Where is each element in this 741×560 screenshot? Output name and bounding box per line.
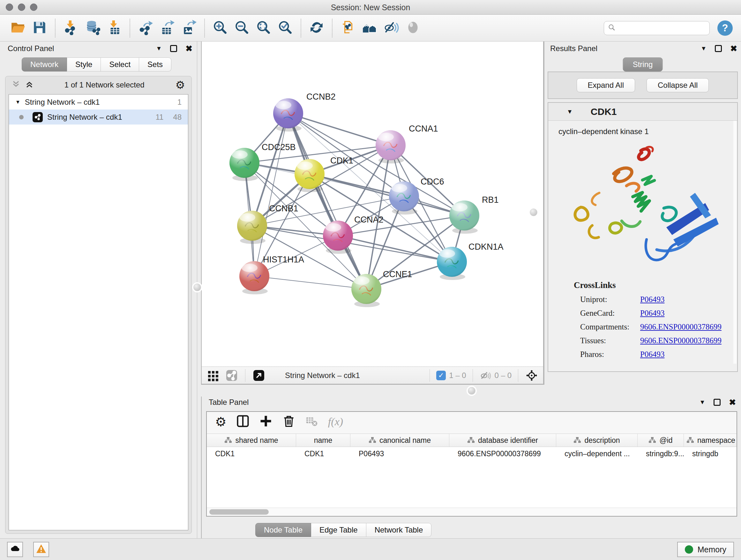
column-header[interactable]: canonical name xyxy=(350,434,449,447)
birdseye-crosshair-icon[interactable] xyxy=(525,368,539,382)
control-panel-float-icon[interactable] xyxy=(170,45,177,52)
tab-network[interactable]: Network xyxy=(22,57,67,71)
add-column-icon[interactable] xyxy=(259,415,273,429)
minimize-window-button[interactable] xyxy=(18,3,25,11)
maximize-window-button[interactable] xyxy=(30,3,37,11)
table-panel-float-icon[interactable] xyxy=(714,399,721,406)
uniprot-link[interactable]: P06493 xyxy=(640,295,664,304)
open-session-button[interactable] xyxy=(8,18,27,38)
grid-view-icon[interactable] xyxy=(206,368,220,382)
zoom-out-button[interactable] xyxy=(232,18,252,38)
export-image-button[interactable] xyxy=(179,18,199,38)
export-table-button[interactable] xyxy=(158,18,177,38)
pharos-link[interactable]: P06493 xyxy=(640,350,664,359)
zoom-selected-button[interactable] xyxy=(276,18,295,38)
table-panel-close-icon[interactable]: ✖ xyxy=(729,398,736,407)
genecard-link[interactable]: P06493 xyxy=(640,309,664,318)
collection-count: 1 xyxy=(178,98,182,107)
network-row[interactable]: String Network – cdk1 11 48 xyxy=(9,110,188,125)
table-panel-collapse-icon[interactable]: ▼ xyxy=(699,399,705,406)
network-manager: 1 of 1 Network selected ⚙ ▼ String Netwo… xyxy=(5,76,192,534)
network-node-count: 11 xyxy=(155,113,163,122)
tab-edge-table[interactable]: Edge Table xyxy=(311,523,366,537)
tab-style[interactable]: Style xyxy=(67,57,101,71)
column-header[interactable]: name xyxy=(296,434,350,447)
crosslink-row: GeneCard: P06493 xyxy=(580,309,733,318)
table-options-gear-icon[interactable]: ⚙ xyxy=(215,415,226,428)
gene-expand-icon[interactable]: ▼ xyxy=(567,108,573,115)
selected-checkbox[interactable]: ✓ xyxy=(436,371,446,380)
warning-button[interactable] xyxy=(33,542,49,557)
search-box xyxy=(604,21,710,35)
cloud-button[interactable] xyxy=(7,542,23,557)
column-header[interactable]: shared name xyxy=(207,434,296,447)
left-splitter-handle[interactable] xyxy=(193,284,201,291)
save-session-button[interactable] xyxy=(30,18,49,38)
network-node-RB1[interactable]: RB1 xyxy=(449,195,499,234)
control-panel-close-icon[interactable]: ✖ xyxy=(185,44,192,53)
results-panel-float-icon[interactable] xyxy=(715,45,722,52)
show-columns-icon[interactable] xyxy=(236,415,250,429)
table-row[interactable]: CDK1 CDK1 P06493 9606.ENSP00000378699 cy… xyxy=(207,447,737,460)
copy-network-button[interactable] xyxy=(338,18,357,38)
results-scrollbar[interactable] xyxy=(733,121,737,364)
network-node-CDK1[interactable]: CDK1 xyxy=(294,156,353,192)
tab-sets[interactable]: Sets xyxy=(139,57,172,71)
expand-all-networks-icon[interactable] xyxy=(25,80,33,90)
delete-column-icon[interactable] xyxy=(282,415,295,429)
column-header[interactable]: @id xyxy=(637,434,684,447)
network-edge-CCNA2-CDKN1A[interactable] xyxy=(338,236,452,262)
network-edge-HIST1H1A-CCNE1[interactable] xyxy=(254,276,366,289)
results-panel-close-icon[interactable]: ✖ xyxy=(730,44,737,53)
tab-network-table[interactable]: Network Table xyxy=(366,523,432,537)
collapse-all-button[interactable]: Collapse All xyxy=(647,78,709,92)
network-edge-CCNB2-HIST1H1A[interactable] xyxy=(254,113,288,276)
results-panel-collapse-icon[interactable]: ▼ xyxy=(700,45,706,52)
network-node-CCNB1[interactable]: CCNB1 xyxy=(237,204,298,244)
network-node-HIST1H1A[interactable]: HIST1H1A xyxy=(239,255,304,294)
column-header[interactable]: database identifier xyxy=(449,434,556,447)
import-network-button[interactable] xyxy=(61,18,80,38)
expand-all-button[interactable]: Expand All xyxy=(577,78,635,92)
tissues-link[interactable]: 9606.ENSP00000378699 xyxy=(640,336,722,345)
network-node-CCNA1[interactable]: CCNA1 xyxy=(376,124,438,164)
control-panel-collapse-icon[interactable]: ▼ xyxy=(156,45,162,52)
import-table-button[interactable] xyxy=(105,18,124,38)
hidden-count-badge: 0 – 0 xyxy=(495,371,512,380)
compartments-link[interactable]: 9606.ENSP00000378699 xyxy=(640,322,722,331)
tab-select[interactable]: Select xyxy=(101,57,139,71)
network-node-CDC25B[interactable]: CDC25B xyxy=(229,142,296,181)
zoom-fit-button[interactable] xyxy=(254,18,273,38)
zoom-in-button[interactable] xyxy=(211,18,230,38)
search-input[interactable] xyxy=(618,24,710,32)
horizontal-splitter-handle[interactable] xyxy=(468,387,475,395)
tab-string[interactable]: String xyxy=(623,57,663,71)
hide-unhide-button[interactable] xyxy=(382,18,401,38)
tab-node-table[interactable]: Node Table xyxy=(255,523,311,537)
network-edge-CCNB2-CCNA1[interactable] xyxy=(288,113,391,145)
detach-view-icon[interactable] xyxy=(252,368,266,382)
memory-button[interactable]: Memory xyxy=(677,542,734,557)
collapse-all-networks-icon[interactable] xyxy=(12,80,20,90)
right-splitter-handle[interactable] xyxy=(530,208,537,216)
close-window-button[interactable] xyxy=(6,3,13,11)
help-button[interactable]: ? xyxy=(718,20,733,36)
export-network-button[interactable] xyxy=(136,18,155,38)
table-scrollbar-thumb[interactable] xyxy=(209,509,269,515)
import-database-button[interactable] xyxy=(83,18,102,38)
network-canvas[interactable]: CCNB2CCNA1CDC25BCDK1CDC6RB1CCNB1CCNA2CDK… xyxy=(202,42,543,367)
network-node-CDKN1A[interactable]: CDKN1A xyxy=(437,242,503,280)
search-icon xyxy=(608,23,616,33)
network-collection-row[interactable]: ▼ String Network – cdk1 1 xyxy=(9,95,188,110)
network-node-CDC6[interactable]: CDC6 xyxy=(389,177,444,214)
birdseye-toggle-button[interactable] xyxy=(403,18,422,38)
column-header[interactable]: description xyxy=(556,434,637,447)
home-string-button[interactable] xyxy=(360,18,379,38)
gene-section-header[interactable]: ▼ CDK1 xyxy=(548,103,737,121)
refresh-button[interactable] xyxy=(307,18,326,38)
collection-expand-icon[interactable]: ▼ xyxy=(15,99,20,105)
hidden-eye-icon[interactable] xyxy=(479,369,491,381)
share-view-icon[interactable] xyxy=(225,368,239,382)
column-header[interactable]: namespace xyxy=(684,434,737,447)
network-options-gear-icon[interactable]: ⚙ xyxy=(176,79,185,90)
